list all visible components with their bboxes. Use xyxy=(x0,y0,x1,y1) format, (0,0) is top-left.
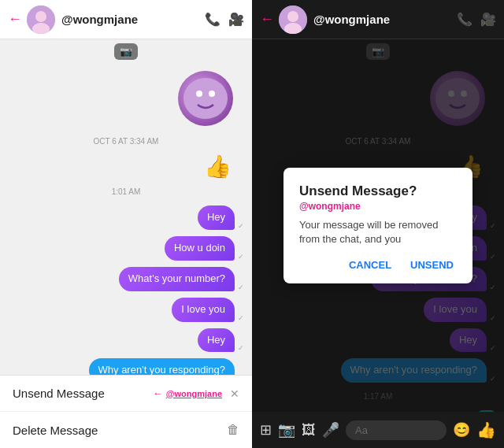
unsend-label: Unsend Message xyxy=(13,387,153,400)
svg-point-7 xyxy=(287,11,298,22)
modal-overlay: Unsend Message? @wongmjane Your message … xyxy=(252,39,504,412)
left-back-button[interactable]: ← xyxy=(8,11,22,28)
msg-iloveyou: I love you ✓ xyxy=(8,298,244,322)
message-input[interactable]: Aa xyxy=(346,420,447,440)
cancel-button[interactable]: CANCEL xyxy=(346,257,395,272)
modal-description: Your message will be removed from the ch… xyxy=(299,218,457,246)
msg-howudoin: How u doin ✓ xyxy=(8,236,244,261)
unsend-arrow: ← @wongmjane xyxy=(153,387,222,399)
bubble-number: What's your number? xyxy=(119,267,235,291)
right-avatar xyxy=(279,6,307,34)
right-panel: ← @wongmjane 📞 🎥 📷 xyxy=(252,0,504,448)
action-sheet: Unsend Message ← @wongmjane ✕ Delete Mes… xyxy=(0,375,252,448)
unsend-modal: Unsend Message? @wongmjane Your message … xyxy=(284,168,472,283)
left-chat-body: 📷 OCT 6 AT 3:34 AM 👍 1:01 AM Hey ✓ How u… xyxy=(0,39,252,375)
bubble-whynotresponding: Why aren't you responding? xyxy=(89,358,235,375)
bubble-hey2: Hey xyxy=(198,328,235,353)
grid-icon[interactable]: ⊞ xyxy=(260,421,272,439)
svg-point-1 xyxy=(35,11,46,22)
delete-icon: 🗑 xyxy=(227,423,239,437)
thumbs-up-msg: 👍 xyxy=(8,154,232,180)
left-video-icon[interactable]: 🎥 xyxy=(228,12,244,27)
input-placeholder: Aa xyxy=(355,424,368,436)
right-chat-body: 📷 OCT 6 AT 3:34 AM 👍 1:01 AM Hey ✓ How u… xyxy=(252,39,504,412)
timestamp-2: 1:01 AM xyxy=(8,187,244,196)
msg-hey: Hey ✓ xyxy=(8,205,244,230)
right-chat-header: ← @wongmjane 📞 🎥 xyxy=(252,0,504,39)
bubble-iloveyou: I love you xyxy=(172,298,235,322)
timestamp-1: OCT 6 AT 3:34 AM xyxy=(8,137,244,146)
left-chat-header: ← @wongmjane 📞 🎥 xyxy=(0,0,252,39)
right-video-icon[interactable]: 🎥 xyxy=(480,12,496,27)
right-header-icons: 📞 🎥 xyxy=(457,12,496,27)
left-header-icons: 📞 🎥 xyxy=(205,12,244,27)
left-avatar xyxy=(27,6,55,34)
delete-label: Delete Message xyxy=(13,424,227,437)
svg-point-5 xyxy=(209,91,215,97)
unsend-close-icon: ✕ xyxy=(230,387,239,400)
unsend-action[interactable]: Unsend Message ← @wongmjane ✕ xyxy=(0,376,252,412)
emoji-icon[interactable]: 😊 xyxy=(453,421,470,439)
thumbs-up-button[interactable]: 👍 xyxy=(476,420,496,439)
right-username: @wongmjane xyxy=(313,13,457,26)
msg-whynotresponding: Why aren't you responding? ✓ xyxy=(8,358,244,375)
msg-hey2: Hey ✓ xyxy=(8,328,244,353)
bubble-howudoin: How u doin xyxy=(165,236,235,261)
modal-title: Unsend Message? xyxy=(299,183,457,199)
sticker-area xyxy=(8,71,244,126)
camera-icon: 📷 xyxy=(114,43,138,60)
modal-username: @wongmjane xyxy=(299,201,457,212)
right-phone-icon[interactable]: 📞 xyxy=(457,12,472,27)
msg-number: What's your number? ✓ xyxy=(8,267,244,291)
unsend-button[interactable]: UNSEND xyxy=(407,257,457,272)
camera-toolbar-icon[interactable]: 📷 xyxy=(278,421,295,439)
bubble-hey: Hey xyxy=(198,205,235,230)
left-phone-icon[interactable]: 📞 xyxy=(205,12,220,27)
left-username: @wongmjane xyxy=(61,13,205,26)
modal-actions: CANCEL UNSEND xyxy=(299,257,457,272)
svg-point-3 xyxy=(183,78,228,119)
photo-icon[interactable]: 🖼 xyxy=(302,422,316,439)
right-back-button[interactable]: ← xyxy=(260,11,274,28)
unsend-username: @wongmjane xyxy=(166,389,222,398)
right-toolbar: ⊞ 📷 🖼 🎤 Aa 😊 👍 xyxy=(252,412,504,448)
svg-point-4 xyxy=(196,91,202,97)
delete-action[interactable]: Delete Message 🗑 xyxy=(0,412,252,448)
sticker xyxy=(178,71,233,126)
mic-icon[interactable]: 🎤 xyxy=(322,421,339,439)
left-panel: ← @wongmjane 📞 🎥 📷 xyxy=(0,0,252,448)
